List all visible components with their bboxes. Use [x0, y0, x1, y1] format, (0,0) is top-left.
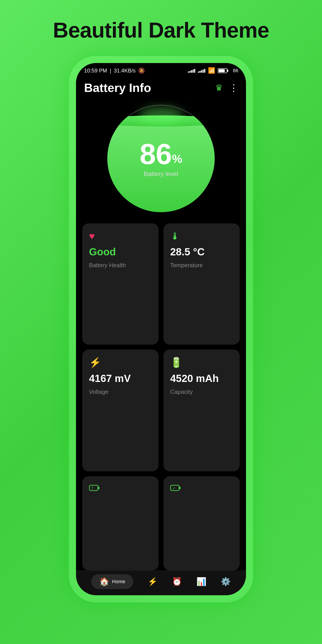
health-value: Good: [89, 246, 152, 258]
nav-home-label: Home: [112, 579, 125, 584]
nav-report[interactable]: 📊: [196, 577, 206, 586]
voltage-value: 4167 mV: [89, 372, 152, 384]
phone-frame: 10:59 PM | 31.4KB/s 🔕: [69, 56, 253, 602]
home-icon: 🏠: [99, 577, 109, 586]
svg-text:✓: ✓: [173, 486, 175, 490]
battery-percent-sign: %: [172, 152, 182, 165]
report-icon: 📊: [196, 577, 206, 586]
crown-icon[interactable]: ♛: [215, 83, 223, 92]
battery-check-icon: ✓: [170, 484, 233, 495]
warning-card[interactable]: !: [82, 476, 158, 570]
circle-glow: [139, 107, 183, 125]
battery-status-icon: 86: [218, 68, 227, 73]
status-data-speed: 31.4KB/s: [114, 68, 136, 74]
battery-percent-value: 86: [140, 138, 172, 170]
check-card[interactable]: ✓: [164, 476, 240, 570]
health-label: Battery Health: [89, 262, 152, 269]
cards-grid: ♥ Good Battery Health 🌡 28.5 °C Temperat…: [76, 221, 246, 570]
heart-icon: ♥: [89, 230, 152, 242]
nav-settings[interactable]: ⚙️: [221, 577, 231, 586]
page-title: Beautiful Dark Theme: [53, 18, 269, 42]
battery-status-text: 86: [233, 68, 238, 74]
battery-level-label: Battery level: [140, 170, 182, 178]
health-card[interactable]: ♥ Good Battery Health: [82, 224, 158, 344]
battery-percentage-display: 86%: [140, 140, 182, 168]
signal-icon-2: [198, 69, 205, 73]
status-left: 10:59 PM | 31.4KB/s 🔕: [84, 68, 145, 74]
nav-alarm[interactable]: ⏰: [172, 577, 182, 586]
voltage-card[interactable]: ⚡ 4167 mV Voltage: [82, 350, 158, 471]
nav-charging[interactable]: ⚡: [148, 577, 158, 586]
mute-icon: 🔕: [138, 68, 145, 74]
circle-center-text: 86% Battery level: [140, 140, 182, 178]
wifi-icon: 📶: [208, 67, 215, 74]
capacity-card[interactable]: 🔋 4520 mAh Capacity: [164, 350, 240, 471]
phone-screen: 10:59 PM | 31.4KB/s 🔕: [76, 63, 246, 595]
app-bar-title: Battery Info: [84, 81, 151, 94]
lightning-icon: ⚡: [89, 357, 152, 368]
capacity-value: 4520 mAh: [170, 372, 233, 384]
svg-rect-4: [179, 486, 180, 489]
alarm-icon: ⏰: [172, 577, 182, 586]
status-bar: 10:59 PM | 31.4KB/s 🔕: [76, 63, 246, 76]
nav-home[interactable]: 🏠 Home: [91, 574, 133, 589]
status-divider: |: [110, 68, 111, 74]
svg-rect-1: [98, 486, 99, 489]
thermometer-icon: 🌡: [170, 230, 233, 242]
voltage-label: Voltage: [89, 388, 152, 395]
temperature-label: Temperature: [170, 262, 233, 269]
warning-battery-icon: !: [89, 484, 152, 495]
status-time: 10:59 PM: [84, 68, 107, 74]
status-right: 📶 86: [188, 67, 238, 74]
svg-rect-0: [90, 485, 98, 490]
battery-circle: 86% Battery level: [107, 105, 215, 212]
capacity-label: Capacity: [170, 388, 233, 395]
battery-capacity-icon: 🔋: [170, 357, 233, 368]
bottom-nav: 🏠 Home ⚡ ⏰ 📊 ⚙️: [76, 570, 246, 595]
temperature-card[interactable]: 🌡 28.5 °C Temperature: [164, 224, 240, 344]
app-bar: Battery Info ♛ ⋮: [76, 76, 246, 98]
charging-icon: ⚡: [148, 577, 158, 586]
signal-icon-1: [188, 69, 195, 73]
app-bar-icons: ♛ ⋮: [215, 82, 238, 93]
temperature-value: 28.5 °C: [170, 246, 233, 258]
settings-icon: ⚙️: [221, 577, 231, 586]
more-options-icon[interactable]: ⋮: [229, 82, 238, 93]
svg-text:!: !: [92, 486, 93, 490]
battery-circle-area: 86% Battery level: [76, 98, 246, 221]
